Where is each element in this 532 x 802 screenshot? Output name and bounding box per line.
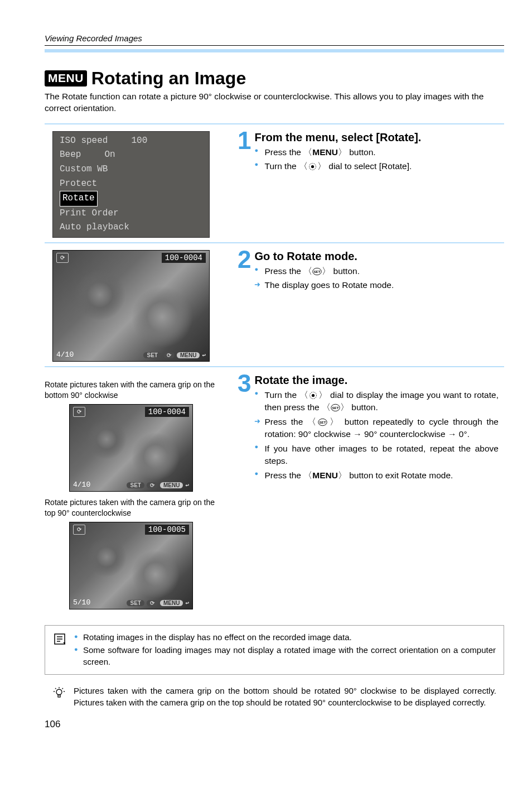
image-counter: 4/10 [73,481,90,489]
step-3-result: Press the 〈SET〉 button repeatedly to cyc… [254,416,499,441]
svg-line-21 [62,688,64,689]
svg-point-15 [56,689,62,695]
menu-item-value: 100 [131,134,147,148]
intro-text: The Rotate function can rotate a picture… [45,91,504,114]
return-icon: ↩ [185,482,189,489]
step-number-3: 3 [238,374,251,393]
set-pill: SET [143,352,161,358]
svg-rect-16 [58,695,60,697]
image-counter: 4/10 [56,350,74,359]
menu-item-label: Auto playback [60,220,129,235]
menu-item-value: On [104,148,115,162]
image-counter: 5/10 [73,598,90,607]
set-icon: SET [318,418,327,426]
step-3-bullet: Press the 〈MENU〉 button to exit Rotate m… [254,469,499,482]
tip-text: Pictures taken with the camera grip on t… [74,685,496,709]
rotate-icon: ⟳ [73,525,85,535]
menu-item-label: Custom WB [60,162,108,177]
menu-button-text: MENU [312,147,338,157]
svg-point-5 [312,394,315,397]
set-icon: SET [331,404,340,412]
svg-text:SET: SET [320,420,326,424]
image-preview-small: ⟳ 100-0005 5/10 SET ⟳ MENU ↩ [69,522,193,609]
menu-item-label: Protect [60,177,97,191]
step-number-1: 1 [238,131,251,150]
rotate-pill: ⟳ [163,352,175,358]
step-3-bullet: Turn the 〈〉 dial to display the image yo… [254,389,499,414]
svg-text:SET: SET [314,270,321,273]
svg-text:SET: SET [332,406,339,410]
header-divider [45,49,504,52]
menu-button-text: MENU [312,470,338,480]
note-item: Rotating images in the display has no ef… [74,631,496,643]
image-id: 100-0004 [162,253,206,263]
menu-pill: MENU [160,482,183,488]
menu-item-label: Beep [60,148,81,162]
rotate-pill: ⟳ [147,600,158,606]
image-preview: ⟳ 100-0004 4/10 SET ⟳ MENU ↩ [52,250,210,362]
step-2-bullet: Press the 〈SET〉 button. [254,265,499,277]
menu-item-label: Print Order [60,206,119,221]
return-icon: ↩ [202,352,206,359]
camera-menu-screenshot: ISO speed100 BeepOn Custom WB Protect Ro… [52,131,210,238]
set-icon: SET [312,267,322,276]
page-title: Rotating an Image [91,68,246,89]
set-pill: SET [127,600,144,606]
menu-item-label: ISO speed [60,134,108,148]
tip-icon [52,685,66,701]
preview-caption: Rotate pictures taken with the camera gr… [45,497,217,518]
dial-icon [308,391,318,400]
menu-badge: MENU [45,70,87,87]
image-preview-small: ⟳ 100-0004 4/10 SET ⟳ MENU ↩ [69,404,193,492]
image-id: 100-0005 [145,525,189,535]
step-3-bullet: If you have other images to be rotated, … [254,443,499,468]
step-number-2: 2 [238,250,251,269]
note-item: Some software for loading images may not… [74,644,496,667]
step-1-title: From the menu, select [Rotate]. [254,131,499,144]
step-2-title: Go to Rotate mode. [254,250,499,263]
svg-line-20 [55,688,56,689]
rotate-icon: ⟳ [56,253,69,263]
tip-box: Pictures taken with the camera grip on t… [45,683,504,712]
rotate-pill: ⟳ [147,482,158,488]
preview-caption: Rotate pictures taken with the camera gr… [45,380,217,401]
menu-pill: MENU [160,600,183,606]
menu-pill: MENU [177,352,200,358]
step-3-title: Rotate the image. [254,374,499,387]
set-pill: SET [127,482,144,488]
return-icon: ↩ [185,599,189,607]
step-2-result: The display goes to Rotate mode. [254,279,499,291]
note-box: Rotating images in the display has no ef… [45,625,504,675]
breadcrumb: Viewing Recorded Images [45,33,504,46]
image-id: 100-0004 [145,407,189,417]
svg-point-1 [311,165,314,168]
rotate-icon: ⟳ [73,407,85,417]
dial-icon [308,162,317,171]
note-icon [53,631,66,647]
page-number: 106 [45,719,60,730]
step-1-bullet: Press the 〈MENU〉 button. [254,146,499,159]
step-1-bullet: Turn the 〈〉 dial to select [Rotate]. [254,160,499,172]
menu-item-selected: Rotate [60,191,98,206]
